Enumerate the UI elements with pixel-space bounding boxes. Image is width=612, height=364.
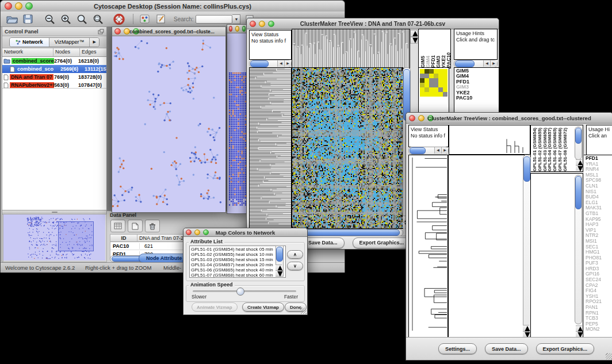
tv2-column-dendrogram[interactable] [449, 125, 530, 155]
attribute-item[interactable]: GPL51-03 (GSM856) heat shock 15 min [191, 257, 284, 262]
similarity-row-label[interactable]: PAC10 [456, 95, 499, 101]
tv2-zoom-heatmap[interactable] [532, 174, 568, 338]
select-attributes-icon[interactable] [110, 220, 125, 232]
attribute-list-vscrollbar[interactable]: ▲▼ [276, 246, 284, 277]
similarity-cell[interactable] [424, 87, 429, 92]
new-attribute-icon[interactable] [128, 220, 143, 232]
similarity-cell[interactable] [443, 74, 447, 78]
speed-slider-track[interactable] [193, 290, 296, 292]
network-tree-row[interactable]: combined_sco2569(6)13112(15) [2, 65, 106, 73]
heatmap-column-label[interactable]: GPL51-02 (GSM855) [537, 128, 542, 171]
tv2-collabel-vscrollbar[interactable] [575, 127, 582, 160]
attribute-item[interactable]: GPL51-07 (GSM868) heat shock 60 min [191, 273, 284, 278]
heatmap-column-label[interactable]: GPL51-08 (GSM872) [563, 128, 568, 171]
similarity-cell[interactable] [420, 74, 424, 78]
similarity-cell[interactable] [443, 92, 447, 97]
attribute-item[interactable]: GPL51-01 (GSM854) heat shock 05 min [191, 247, 284, 252]
open-session-icon[interactable] [5, 13, 19, 25]
similarity-cell[interactable] [434, 74, 438, 78]
tv2-save-data-button[interactable]: Save Data... [485, 343, 528, 354]
network-tree-row[interactable]: DNA and Tran 07769(0)183728(0) [2, 73, 106, 81]
search-input[interactable] [196, 15, 232, 24]
similarity-cell[interactable] [429, 92, 434, 97]
resize-grip[interactable] [300, 308, 307, 314]
tv1-dendro-arrows[interactable]: ▲▼ [410, 30, 418, 44]
resize-grip[interactable] [606, 353, 612, 359]
heatmap-column-label[interactable]: GPL51-04 (GSM857) [547, 128, 552, 171]
move-down-button[interactable]: ∨ [287, 262, 303, 270]
similarity-cell[interactable] [438, 92, 443, 97]
similarity-cell[interactable] [424, 78, 429, 83]
attribute-item[interactable]: GPL51-06 (GSM865) heat shock 40 min [191, 267, 284, 273]
annotation-icon[interactable] [154, 13, 168, 25]
similarity-cell[interactable] [429, 69, 434, 74]
similarity-cell[interactable] [429, 78, 434, 83]
tv1-save-data-button[interactable]: Save Data... [301, 237, 345, 248]
delete-attribute-icon[interactable] [145, 220, 160, 232]
similarity-cell[interactable] [443, 78, 447, 83]
similarity-cell[interactable] [429, 74, 434, 78]
tv1-export-graphics-button[interactable]: Export Graphics... [353, 237, 411, 248]
similarity-cell[interactable] [424, 69, 429, 74]
similarity-cell[interactable] [438, 87, 443, 92]
tv1-column-dendrogram[interactable] [292, 29, 410, 68]
similarity-cell[interactable] [424, 74, 429, 78]
tv2-heatmap-vscrollbar[interactable]: ▲▼ [523, 155, 531, 338]
similarity-cell[interactable] [438, 78, 443, 83]
similarity-cell[interactable] [438, 69, 443, 74]
dialog-titlebar[interactable]: Map Colors to Network [183, 228, 307, 237]
similarity-cell[interactable] [424, 83, 429, 87]
save-session-icon[interactable] [21, 13, 35, 25]
tv2-collabel-arrows[interactable]: ▲▼ [576, 159, 582, 171]
treeview1-titlebar[interactable]: ClusterMaker TreeView : DNA and Tran 07-… [247, 18, 499, 29]
minimize-icon[interactable] [235, 26, 239, 32]
tv2-row-dendrogram[interactable] [408, 155, 449, 338]
similarity-cell[interactable] [434, 83, 438, 87]
animate-vizmap-button[interactable]: Animate Vizmap [192, 302, 238, 312]
tab-overflow-arrow[interactable]: ▶ [90, 38, 98, 47]
similarity-cell[interactable] [443, 87, 447, 92]
treeview2-titlebar[interactable]: ClusterMaker TreeView : combined_scores_… [406, 113, 612, 124]
tv2-zoom-vscrollbar[interactable] [575, 175, 582, 324]
gene-label[interactable]: MON2 [586, 327, 612, 332]
zoom-window-icon[interactable] [242, 26, 246, 32]
main-titlebar[interactable]: Cytoscape Desktop (Session Name: collins… [1, 1, 345, 12]
tv1-status-hscrollbar[interactable]: ◀▶ [249, 60, 292, 68]
tab-network[interactable]: Network [10, 38, 49, 47]
help-lifebuoy-icon[interactable] [112, 13, 126, 25]
zoom-out-icon[interactable] [43, 13, 57, 25]
birdseye-view[interactable] [3, 214, 107, 262]
tv2-status-hscrollbar[interactable]: ◀▶ [408, 147, 449, 155]
similarity-cell[interactable] [443, 83, 447, 87]
similarity-cell[interactable] [420, 78, 424, 83]
close-icon[interactable] [114, 28, 121, 35]
similarity-cell[interactable] [420, 87, 424, 92]
col-header-network[interactable]: Network [2, 48, 53, 57]
similarity-cell[interactable] [429, 87, 434, 92]
similarity-cell[interactable] [420, 83, 424, 87]
similarity-cell[interactable] [438, 83, 443, 87]
create-vizmap-button[interactable]: Create Vizmap [242, 302, 284, 312]
heatmap-column-label[interactable]: PAC10 [446, 52, 451, 68]
similarity-cell[interactable] [434, 87, 438, 92]
heatmap-column-label[interactable]: GPL51-01 (GSM854) [532, 128, 537, 171]
tv1-heatmap[interactable] [292, 67, 403, 229]
similarity-cell[interactable] [434, 78, 438, 83]
attribute-item[interactable]: GPL51-04 (GSM857) heat shock 20 min [191, 262, 284, 267]
heatmap-column-label[interactable]: GPL51-07 (GSM868) [557, 128, 563, 171]
tab-vizmapper[interactable]: VizMapper™ [49, 38, 90, 47]
tv1-similarity-matrix[interactable] [420, 69, 447, 97]
tv1-row-dendrogram[interactable] [249, 67, 292, 229]
tv2-heatmap[interactable] [447, 155, 525, 338]
float-panel-icon[interactable] [98, 26, 104, 37]
vizmapper-shortcut-icon[interactable] [138, 13, 152, 25]
similarity-cell[interactable] [424, 92, 429, 97]
tv1-hints-hscrollbar[interactable]: ◀▶ [454, 60, 498, 68]
tv2-zoom-arrows[interactable]: ▲▼ [576, 325, 582, 337]
col-header-nodes[interactable]: Nodes [53, 48, 80, 57]
network-window-titlebar[interactable]: combined_scores_good.txt--cluste... [112, 27, 225, 36]
similarity-cell[interactable] [438, 74, 443, 78]
network-canvas[interactable] [112, 36, 224, 212]
similarity-cell[interactable] [429, 83, 434, 87]
similarity-cell[interactable] [443, 69, 447, 74]
